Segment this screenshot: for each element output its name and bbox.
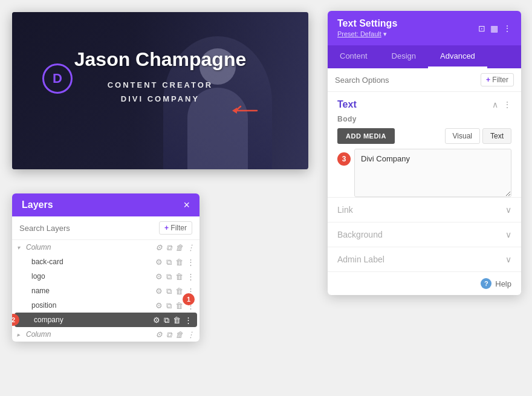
settings-icon[interactable]: ⚙ [155, 258, 163, 266]
settings-footer: ? Help [328, 271, 521, 295]
arrow-annotation [224, 102, 260, 120]
more-options-icon[interactable]: ⋮ [503, 24, 511, 33]
layer-item-company[interactable]: company ⚙ ⧉ 🗑 ⋮ 2 [15, 313, 197, 327]
visual-view-button[interactable]: Visual [445, 128, 480, 144]
layers-panel: Layers × + Filter ▾ Column ⚙ ⧉ 🗑 ⋮ back-… [12, 193, 199, 342]
duplicate-icon[interactable]: ⧉ [164, 316, 169, 324]
duplicate-icon[interactable]: ⧉ [166, 258, 172, 266]
duplicate-icon[interactable]: ⧉ [166, 273, 172, 281]
text-section-title: Text [337, 99, 357, 110]
more-icon[interactable]: ⋮ [187, 244, 195, 252]
chevron-down-icon: ∨ [505, 230, 511, 239]
link-collapsible[interactable]: Link ∨ [328, 197, 521, 222]
more-icon[interactable]: ⋮ [187, 258, 195, 266]
layers-panel-header: Layers × [12, 193, 199, 216]
canvas-name: Jason Champagne [12, 48, 308, 71]
more-icon[interactable]: ⋮ [187, 331, 195, 339]
chevron-down-icon: ▾ [17, 244, 20, 251]
tab-design[interactable]: Design [380, 45, 428, 68]
text-section: Text ∧ ⋮ Body ADD MEDIA Visual Text 3 Di… [328, 92, 521, 197]
text-settings-panel: Text Settings Preset: Default ▾ ⊡ ▦ ⋮ Co… [328, 11, 521, 295]
editor-view-buttons: Visual Text [445, 128, 511, 144]
delete-icon[interactable]: 🗑 [173, 316, 181, 324]
layer-action-icons: ⚙ ⧉ 🗑 ⋮ [155, 258, 195, 266]
section-more-icon[interactable]: ⋮ [503, 100, 511, 109]
maximize-icon[interactable]: ⊡ [478, 24, 485, 33]
chevron-down-icon: ∨ [505, 255, 511, 264]
layer-item-logo[interactable]: logo ⚙ ⧉ 🗑 ⋮ [12, 269, 199, 284]
layer-item-back-card[interactable]: back-card ⚙ ⧉ 🗑 ⋮ [12, 255, 199, 269]
layer-label: back-card [31, 258, 155, 266]
canvas-content: Jason Champagne CONTENT CREATOR DIVI COM… [12, 48, 308, 103]
preset-label[interactable]: Preset: Default [337, 30, 381, 37]
body-label: Body [337, 115, 511, 123]
duplicate-icon[interactable]: ⧉ [166, 302, 172, 310]
text-settings-title-group: Text Settings Preset: Default ▾ [337, 18, 397, 38]
layer-label: Column [26, 330, 155, 339]
layers-filter-button[interactable]: + Filter [159, 221, 192, 235]
canvas-preview: D Jason Champagne CONTENT CREATOR DIVI C… [12, 12, 308, 169]
layer-label: name [31, 287, 155, 295]
chevron-down-icon: ∨ [505, 205, 511, 215]
canvas-company: DIVI COMPANY [12, 94, 308, 103]
help-icon: ? [481, 278, 491, 289]
delete-icon[interactable]: 🗑 [175, 302, 183, 310]
delete-icon[interactable]: 🗑 [175, 287, 183, 295]
tab-advanced[interactable]: Advanced [428, 45, 487, 68]
admin-label-label: Admin Label [337, 255, 384, 264]
text-settings-preset: Preset: Default ▾ [337, 30, 397, 38]
background-collapsible[interactable]: Background ∨ [328, 222, 521, 247]
text-section-header: Text ∧ ⋮ [337, 92, 511, 115]
settings-icon[interactable]: ⚙ [155, 302, 163, 310]
settings-icon[interactable]: ⚙ [155, 273, 163, 281]
layer-label: Column [26, 243, 155, 252]
layer-item-column-2[interactable]: ▸ Column ⚙ ⧉ 🗑 ⋮ [12, 327, 199, 342]
settings-icon[interactable]: ⚙ [155, 244, 163, 252]
layer-label: logo [31, 272, 155, 281]
admin-label-collapsible[interactable]: Admin Label ∨ [328, 247, 521, 271]
duplicate-icon[interactable]: ⧉ [166, 287, 172, 295]
collapse-icon[interactable]: ∧ [492, 100, 498, 109]
layer-item-position[interactable]: position ⚙ ⧉ 🗑 ⋮ 1 [12, 298, 199, 313]
more-icon[interactable]: ⋮ [187, 273, 195, 281]
settings-icon[interactable]: ⚙ [155, 331, 163, 339]
duplicate-icon[interactable]: ⧉ [166, 331, 172, 339]
chevron-right-icon: ▸ [17, 331, 20, 338]
link-label: Link [337, 205, 353, 215]
add-media-button[interactable]: ADD MEDIA [337, 128, 395, 144]
settings-search-input[interactable] [335, 76, 436, 85]
text-editor-wrap: 3 Divi Company [337, 149, 511, 197]
layer-action-icons: ⚙ ⧉ 🗑 ⋮ [155, 331, 195, 339]
layers-panel-title: Layers [22, 200, 53, 210]
canvas-role: CONTENT CREATOR [12, 80, 308, 89]
layers-search-input[interactable] [19, 224, 159, 233]
columns-icon[interactable]: ▦ [490, 24, 498, 33]
layer-item-column-1[interactable]: ▾ Column ⚙ ⧉ 🗑 ⋮ [12, 240, 199, 255]
filter-plus-icon: + [164, 224, 169, 232]
step-badge-1: 1 [183, 293, 195, 305]
step-badge-2: 2 [12, 314, 19, 326]
settings-icon[interactable]: ⚙ [155, 287, 163, 295]
settings-filter-button[interactable]: + Filter [481, 73, 514, 86]
delete-icon[interactable]: 🗑 [175, 258, 183, 266]
layers-close-button[interactable]: × [183, 200, 190, 210]
tab-content[interactable]: Content [328, 45, 380, 68]
delete-icon[interactable]: 🗑 [175, 273, 183, 281]
settings-icon[interactable]: ⚙ [153, 316, 160, 324]
text-settings-title: Text Settings [337, 18, 397, 29]
filter-label: Filter [170, 224, 187, 232]
background-label: Background [337, 230, 383, 239]
layer-label: position [31, 301, 155, 310]
help-label: Help [495, 279, 511, 288]
text-view-button[interactable]: Text [482, 128, 511, 144]
layer-action-icons: ⚙ ⧉ 🗑 ⋮ [155, 244, 195, 252]
layer-action-icons: ⚙ ⧉ 🗑 ⋮ [155, 273, 195, 281]
text-body-input[interactable]: Divi Company [354, 149, 511, 197]
help-button[interactable]: ? Help [481, 278, 511, 289]
more-icon[interactable]: ⋮ [184, 316, 192, 324]
duplicate-icon[interactable]: ⧉ [166, 244, 172, 252]
layer-item-name[interactable]: name ⚙ ⧉ 🗑 ⋮ [12, 284, 199, 298]
delete-icon[interactable]: 🗑 [175, 331, 183, 339]
delete-icon[interactable]: 🗑 [175, 244, 183, 252]
step-badge-3: 3 [337, 152, 351, 166]
